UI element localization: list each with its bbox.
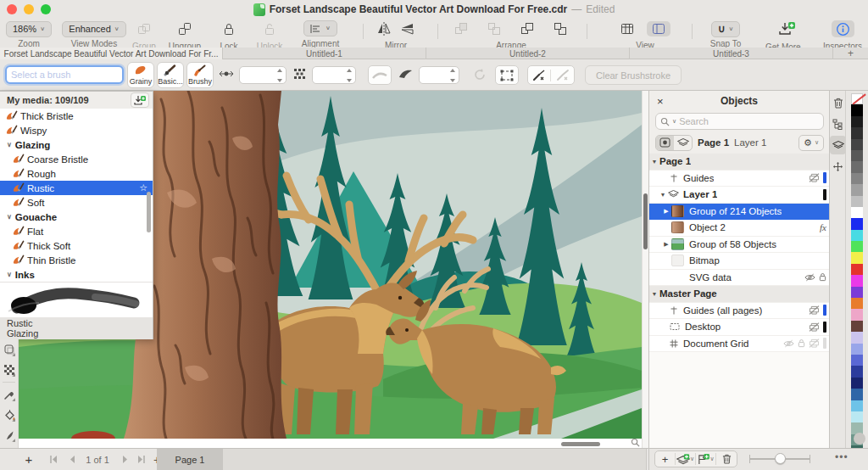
new-document-tab-button[interactable]: + [833, 48, 868, 59]
view-modes-control[interactable]: Enhanced∨ View Modes [56, 20, 132, 48]
brush-item-thick-soft[interactable]: Thick Soft [0, 238, 153, 253]
brush-selector[interactable]: ∨ [5, 65, 124, 84]
page-1-tab[interactable]: Page 1 [157, 449, 223, 470]
no-print-icon[interactable] [809, 339, 820, 348]
new-layer-button[interactable]: ∨ [676, 453, 696, 465]
snap-to-control[interactable]: ∪∨ Snap To [704, 20, 748, 48]
next-page-button[interactable] [119, 449, 132, 470]
back-one-icon[interactable] [554, 22, 568, 36]
vertical-scrollbar[interactable] [643, 193, 648, 249]
tree-row-group58[interactable]: ▶Group of 58 Objects [649, 237, 830, 254]
stroke-preview-button[interactable] [368, 65, 392, 85]
tree-row-guides[interactable]: Guides [649, 171, 830, 187]
lock-button[interactable]: Lock [212, 20, 246, 51]
tab-forset-landscape[interactable]: Forset Landscape Beautiful Vector Art Do… [0, 48, 223, 59]
hidden-icon[interactable] [804, 273, 815, 282]
bounding-box-button[interactable] [495, 65, 519, 85]
palette-swatch[interactable] [851, 196, 863, 207]
brush-item-thin-bristle[interactable]: Thin Bristle [0, 253, 153, 267]
palette-swatch[interactable] [851, 173, 863, 184]
tree-row-document-grid[interactable]: Document Grid [649, 336, 830, 353]
transform-inspector-icon[interactable] [830, 157, 846, 176]
close-window-button[interactable] [7, 4, 17, 14]
previous-page-button[interactable] [64, 449, 78, 470]
brush-list-scrollbar[interactable] [147, 192, 151, 232]
palette-swatch[interactable] [851, 218, 863, 229]
objects-search[interactable]: ∨ [655, 113, 824, 130]
tree-row-group214[interactable]: ▶Group of 214 Objects [649, 204, 830, 221]
fill-tool[interactable] [0, 405, 19, 425]
palette-swatch[interactable] [851, 389, 863, 400]
palette-swatch[interactable] [851, 287, 863, 298]
effects-icon[interactable]: fx [820, 222, 826, 232]
palette-swatch[interactable] [851, 127, 863, 138]
palette-swatch[interactable] [851, 150, 863, 161]
layer-options-button[interactable]: ⚙∨ [798, 135, 824, 151]
lock-icon[interactable] [819, 272, 826, 282]
palette-swatch[interactable] [851, 344, 863, 355]
palette-swatch[interactable] [851, 139, 863, 150]
brush-group-glazing[interactable]: ∨Glazing [0, 137, 153, 152]
smear-tool[interactable] [0, 425, 19, 445]
mirror-horizontal-icon[interactable] [376, 22, 392, 36]
palette-swatch[interactable] [851, 252, 863, 263]
tree-row-master-page[interactable]: ▼Master Page [649, 286, 830, 303]
palette-swatch[interactable] [851, 161, 863, 172]
to-back-icon[interactable] [487, 22, 502, 36]
texture-field[interactable] [312, 66, 356, 84]
zoom-corner-icon[interactable] [631, 438, 640, 447]
palette-swatch[interactable] [851, 321, 863, 332]
alignment-control[interactable]: ∨ Alignment [293, 20, 348, 48]
brush-group-inks[interactable]: ∨Inks [0, 267, 153, 282]
lock-icon[interactable] [798, 339, 805, 348]
tree-row-layer1[interactable]: ▼Layer 1 [649, 187, 830, 204]
palette-swatch[interactable] [851, 309, 863, 320]
tree-row-bitmap[interactable]: Bitmap [649, 253, 830, 270]
eyedropper-tool[interactable] [0, 384, 19, 405]
forward-one-icon[interactable] [520, 22, 535, 36]
search-input[interactable] [679, 116, 819, 126]
tab-untitled-1[interactable]: Untitled-1 [223, 48, 426, 59]
objects-inspector-icon[interactable] [830, 136, 846, 154]
unlock-button[interactable]: Unlock [249, 20, 290, 51]
breadcrumb-layer[interactable]: Layer 1 [734, 137, 766, 148]
breadcrumb-page[interactable]: Page 1 [698, 137, 729, 148]
ungroup-button[interactable]: Ungroup [163, 20, 207, 51]
to-front-icon[interactable] [454, 22, 469, 36]
delete-inspector-icon[interactable] [830, 93, 846, 112]
add-page-button-left[interactable]: + [20, 449, 37, 470]
delete-object-button[interactable] [716, 453, 737, 465]
brush-item-rustic[interactable]: Rustic☆ [0, 181, 153, 195]
layer-view-toggle[interactable] [674, 136, 692, 150]
tree-row-object2[interactable]: Object 2 fx [649, 220, 830, 237]
palette-swatch[interactable] [851, 93, 863, 104]
palette-swatch[interactable] [851, 264, 863, 275]
brush-item-flat[interactable]: Flat [0, 224, 153, 238]
palette-swatch[interactable] [851, 378, 863, 389]
brush-item-rough[interactable]: Rough [0, 166, 153, 181]
brush-item-thick-bristle[interactable]: Thick Bristle [0, 109, 153, 123]
brush-group-gouache[interactable]: ∨Gouache [0, 210, 153, 224]
palette-swatch[interactable] [851, 298, 863, 309]
tree-row-page1[interactable]: ▼Page 1 [649, 154, 830, 171]
zoom-window-button[interactable] [41, 4, 51, 14]
last-page-button[interactable] [134, 449, 149, 470]
minimize-window-button[interactable] [24, 4, 34, 14]
slider-knob[interactable] [775, 453, 786, 464]
inspectors-button[interactable]: Inspectors [817, 20, 868, 51]
palette-swatch[interactable] [851, 230, 863, 241]
palette-swatch[interactable] [851, 366, 863, 377]
palette-swatch[interactable] [851, 400, 863, 411]
panel-view-button[interactable] [647, 21, 670, 36]
palette-swatch[interactable] [851, 275, 863, 286]
group-button[interactable]: Group [125, 20, 163, 51]
first-page-button[interactable] [46, 449, 61, 470]
horizontal-scrollbar[interactable] [561, 442, 600, 446]
palette-swatch[interactable] [851, 411, 863, 422]
tab-untitled-2[interactable]: Untitled-2 [426, 48, 630, 59]
remove-brushstroke-button[interactable] [551, 70, 574, 81]
pattern-fill-tool[interactable] [0, 360, 19, 380]
palette-swatch[interactable] [851, 104, 863, 115]
brush-item-soft[interactable]: Soft [0, 195, 153, 210]
tree-row-svg-data[interactable]: SVG data [649, 270, 830, 287]
